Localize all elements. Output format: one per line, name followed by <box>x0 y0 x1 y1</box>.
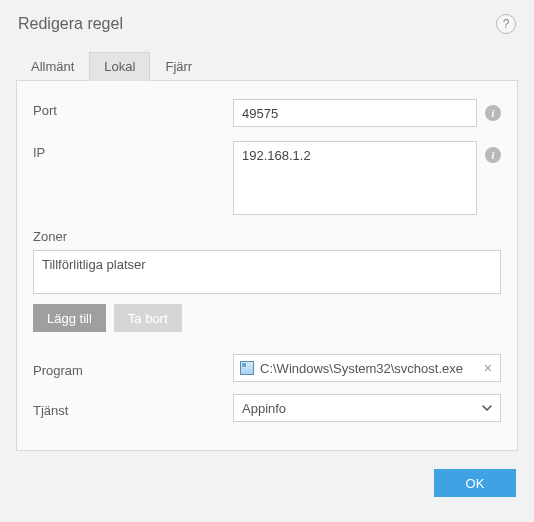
program-path: C:\Windows\System32\svchost.exe <box>260 361 476 376</box>
tab-local[interactable]: Lokal <box>89 52 150 81</box>
dialog-window: Redigera regel ? Allmänt Lokal Fjärr Por… <box>0 0 534 522</box>
tab-remote[interactable]: Fjärr <box>150 52 207 81</box>
program-row: Program C:\Windows\System32\svchost.exe … <box>33 354 501 382</box>
footer: OK <box>0 451 534 497</box>
port-input[interactable] <box>233 99 477 127</box>
service-row: Tjänst Appinfo <box>33 394 501 422</box>
program-label: Program <box>33 359 233 378</box>
service-label: Tjänst <box>33 399 233 418</box>
program-field[interactable]: C:\Windows\System32\svchost.exe × <box>233 354 501 382</box>
tab-strip: Allmänt Lokal Fjärr <box>16 52 518 81</box>
port-label: Port <box>33 99 233 118</box>
tab-panel-local: Port i IP 192.168.1.2 i Zoner Tillförlit… <box>16 80 518 451</box>
application-icon <box>240 361 254 375</box>
zones-label: Zoner <box>33 229 501 244</box>
list-item[interactable]: Tillförlitliga platser <box>42 257 492 272</box>
remove-button: Ta bort <box>114 304 182 332</box>
ip-input[interactable]: 192.168.1.2 <box>233 141 477 215</box>
clear-icon[interactable]: × <box>482 360 494 376</box>
help-button[interactable]: ? <box>496 14 516 34</box>
title-bar: Redigera regel ? <box>0 0 534 44</box>
info-icon[interactable]: i <box>485 105 501 121</box>
content-area: Allmänt Lokal Fjärr Port i IP 192.168.1.… <box>0 44 534 451</box>
zone-buttons: Lägg till Ta bort <box>33 304 501 332</box>
zones-list[interactable]: Tillförlitliga platser <box>33 250 501 294</box>
ok-button[interactable]: OK <box>434 469 516 497</box>
ip-row: IP 192.168.1.2 i <box>33 141 501 215</box>
tab-general[interactable]: Allmänt <box>16 52 89 81</box>
port-row: Port i <box>33 99 501 127</box>
ip-label: IP <box>33 141 233 160</box>
service-select[interactable]: Appinfo <box>233 394 501 422</box>
add-button[interactable]: Lägg till <box>33 304 106 332</box>
window-title: Redigera regel <box>18 15 123 33</box>
info-icon[interactable]: i <box>485 147 501 163</box>
